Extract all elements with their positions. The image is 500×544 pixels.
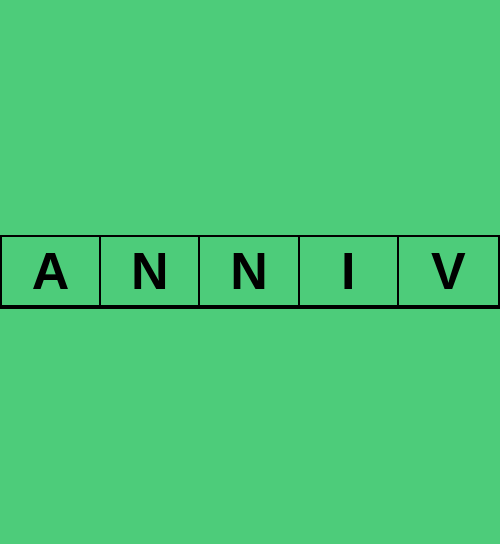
header-letter-n: N <box>101 237 200 305</box>
header-letter-n: N <box>200 237 299 305</box>
bingo-card: ANNIV <box>0 235 500 309</box>
header-row: ANNIV <box>2 237 498 307</box>
header-letter-v: V <box>399 237 498 305</box>
header-letter-i: I <box>300 237 399 305</box>
header-letter-a: A <box>2 237 101 305</box>
